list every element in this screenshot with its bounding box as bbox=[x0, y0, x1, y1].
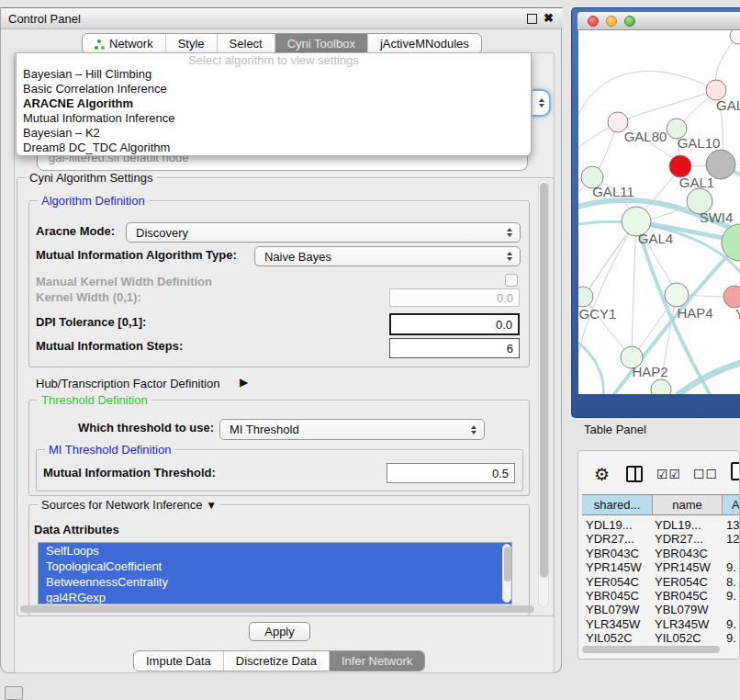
mi-steps-value: 6 bbox=[507, 342, 513, 356]
tab-label: Impute Data bbox=[146, 654, 211, 668]
table-cell: 9. bbox=[723, 589, 740, 603]
attribute-item-selfloops[interactable]: SelfLoops bbox=[39, 543, 511, 559]
manual-kernel-checkbox[interactable] bbox=[505, 274, 518, 287]
settings-vertical-scrollbar[interactable] bbox=[538, 179, 549, 607]
tab-cyni-toolbox[interactable]: Cyni Toolbox bbox=[275, 34, 367, 53]
tab-label: Style bbox=[178, 37, 205, 51]
table-row[interactable]: YDR27...YDR27...12 bbox=[582, 532, 740, 546]
node-label: HAP2 bbox=[632, 364, 667, 379]
table-cell: YPR145W bbox=[653, 560, 723, 574]
table-settings-gear-icon[interactable]: ⚙ bbox=[594, 466, 610, 483]
tab-infer-network[interactable]: Infer Network bbox=[329, 651, 424, 671]
close-window-icon[interactable] bbox=[588, 16, 599, 27]
focused-combobox-edge[interactable] bbox=[533, 89, 551, 117]
attribute-item-topologicalcoefficient[interactable]: TopologicalCoefficient bbox=[39, 559, 511, 574]
algorithm-option-dream8-dc-tdc-algorithm[interactable]: Dream8 DC_TDC Algorithm bbox=[17, 141, 531, 155]
table-horizontal-scrollbar[interactable] bbox=[582, 646, 729, 653]
network-node-hap4[interactable] bbox=[665, 283, 689, 307]
mi-steps-field[interactable]: 6 bbox=[389, 338, 520, 358]
aracne-mode-select[interactable]: Discovery bbox=[126, 222, 521, 243]
tab-impute-data[interactable]: Impute Data bbox=[134, 651, 223, 671]
table-cell: 8. bbox=[723, 575, 740, 589]
which-threshold-select[interactable]: MI Threshold bbox=[219, 419, 485, 440]
network-edge bbox=[632, 221, 636, 354]
data-attributes-list[interactable]: SelfLoopsTopologicalCoefficientBetweenne… bbox=[38, 542, 512, 604]
cyni-algorithm-settings-legend: Cyni Algorithm Settings bbox=[26, 171, 156, 185]
expand-arrow-icon[interactable]: ▶ bbox=[240, 376, 248, 389]
table-row[interactable]: YBL079WYBL079W bbox=[582, 603, 740, 616]
network-node-gcy1[interactable] bbox=[578, 287, 593, 307]
screen: Control Panel ✖ NetworkStyleSelectCyni T… bbox=[0, 0, 740, 700]
table-row[interactable]: YBR043CYBR043C bbox=[582, 547, 740, 560]
table-cell bbox=[723, 603, 740, 616]
tab-network[interactable]: Network bbox=[83, 34, 165, 53]
tab-discretize-data[interactable]: Discretize Data bbox=[223, 651, 329, 671]
network-node[interactable] bbox=[651, 379, 671, 394]
table-row[interactable]: YER054CYER054C8. bbox=[582, 575, 740, 589]
table-cell: 9. bbox=[723, 617, 740, 631]
table-row[interactable]: YIL052CYIL052C9. bbox=[582, 631, 740, 645]
tab-jactivemnodules[interactable]: jActiveMNodules bbox=[367, 34, 481, 53]
export-table-icon[interactable] bbox=[731, 462, 740, 480]
algorithm-option-mutual-information-inference[interactable]: Mutual Information Inference bbox=[17, 111, 531, 126]
table-cell: YLR345W bbox=[582, 617, 653, 631]
zoom-window-icon[interactable] bbox=[624, 16, 635, 27]
node-label: GAL80 bbox=[624, 129, 667, 144]
network-canvas[interactable]: GALGAL80GAL10GAL1SWI4GAL4GAL11GCY1HAP4YH… bbox=[578, 30, 740, 394]
kernel-width-field[interactable]: 0.0 bbox=[389, 288, 520, 307]
table-cell: YLR345W bbox=[653, 617, 723, 631]
tab-label: jActiveMNodules bbox=[380, 37, 469, 51]
node-label: SWI4 bbox=[700, 209, 734, 225]
table-panel-title: Table Panel bbox=[584, 423, 646, 436]
network-view-window[interactable]: GALGAL80GAL10GAL1SWI4GAL4GAL11GCY1HAP4YH… bbox=[571, 7, 740, 418]
attribute-list-scrollbar[interactable] bbox=[502, 544, 511, 603]
column-header-name[interactable]: name bbox=[653, 494, 723, 515]
algorithm-option-bayesian-hill-climbing[interactable]: Bayesian – Hill Climbing bbox=[17, 67, 531, 82]
table-cell: 13 bbox=[723, 518, 740, 532]
algorithm-option-list: Bayesian – Hill ClimbingBasic Correlatio… bbox=[17, 67, 531, 155]
attribute-item-gal4rgexp[interactable]: gal4RGexp bbox=[39, 590, 511, 604]
restore-panel-icon[interactable] bbox=[5, 686, 23, 700]
table-row[interactable]: YLR345WYLR345W9. bbox=[582, 617, 740, 631]
table-cell: YDL19... bbox=[653, 518, 723, 532]
network-graph[interactable]: GALGAL80GAL10GAL1SWI4GAL4GAL11GCY1HAP4YH… bbox=[578, 30, 740, 394]
network-window-titlebar[interactable] bbox=[577, 12, 740, 30]
table-row[interactable]: YBR045CYBR045C9. bbox=[582, 589, 740, 603]
tab-select[interactable]: Select bbox=[217, 34, 275, 53]
mi-threshold-field[interactable]: 0.5 bbox=[387, 463, 515, 483]
algorithm-option-aracne-algorithm[interactable]: ARACNE Algorithm bbox=[17, 96, 531, 111]
tab-label: Network bbox=[109, 37, 153, 51]
mi-threshold-label: Mutual Information Threshold: bbox=[43, 466, 216, 480]
node-label: GAL4 bbox=[638, 231, 673, 246]
network-node[interactable] bbox=[730, 30, 740, 44]
spinner-arrows-icon bbox=[507, 228, 512, 237]
table-row[interactable]: YDL19...YDL19...13 bbox=[582, 518, 740, 532]
apply-button[interactable]: Apply bbox=[249, 622, 310, 641]
algorithm-option-basic-correlation-inference[interactable]: Basic Correlation Inference bbox=[17, 82, 531, 96]
select-all-checkboxes-icon[interactable]: ☑☑ bbox=[656, 467, 681, 481]
collapse-arrow-icon[interactable]: ▼ bbox=[206, 499, 217, 512]
split-columns-icon[interactable] bbox=[626, 466, 643, 482]
table-row[interactable]: YPR145WYPR145W9. bbox=[582, 560, 740, 574]
tab-style[interactable]: Style bbox=[165, 34, 217, 53]
aracne-mode-label: Aracne Mode: bbox=[36, 224, 115, 238]
float-panel-icon[interactable] bbox=[527, 14, 537, 24]
threshold-definition-legend: Threshold Definition bbox=[38, 393, 151, 407]
table-cell: YDR27... bbox=[653, 532, 723, 546]
close-panel-icon[interactable]: ✖ bbox=[544, 14, 554, 23]
table-cell: YBR045C bbox=[582, 589, 653, 603]
algorithm-option-bayesian-k2[interactable]: Bayesian – K2 bbox=[17, 126, 531, 141]
minimize-window-icon[interactable] bbox=[606, 16, 617, 27]
dpi-tolerance-field[interactable]: 0.0 bbox=[389, 313, 520, 335]
network-edge bbox=[578, 343, 603, 394]
algorithm-dropdown-popup: Select algorithm to view settings Bayesi… bbox=[16, 52, 532, 156]
column-header-a[interactable]: A bbox=[723, 494, 740, 515]
deselect-all-checkboxes-icon[interactable]: ☐☐ bbox=[693, 467, 718, 481]
network-node-y[interactable] bbox=[723, 286, 740, 308]
hub-section-label[interactable]: Hub/Transcription Factor Definition bbox=[36, 377, 219, 390]
settings-horizontal-scrollbar[interactable] bbox=[19, 605, 536, 613]
attribute-item-betweennesscentrality[interactable]: BetweennessCentrality bbox=[39, 574, 511, 590]
column-header-shared[interactable]: shared... bbox=[582, 494, 653, 515]
mi-algorithm-type-select[interactable]: Naive Bayes bbox=[254, 246, 521, 266]
table-cell: 12 bbox=[723, 532, 740, 546]
